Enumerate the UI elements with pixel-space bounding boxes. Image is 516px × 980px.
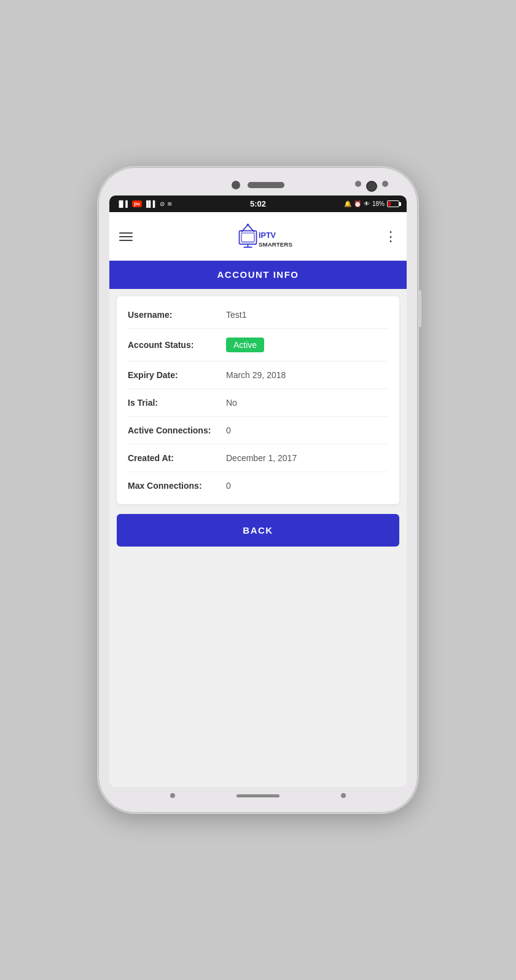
screen-bottom-spacer bbox=[109, 554, 407, 787]
wifi-icon: ⊘ bbox=[160, 200, 165, 207]
active-connections-row: Active Connections: 0 bbox=[128, 417, 388, 445]
front-camera-lens bbox=[366, 181, 377, 192]
max-connections-value: 0 bbox=[226, 481, 231, 491]
battery-percent: 18% bbox=[372, 200, 385, 207]
hamburger-line-2 bbox=[119, 236, 133, 237]
active-status-badge: Active bbox=[226, 338, 264, 352]
svg-point-2 bbox=[246, 224, 249, 226]
nav-dot-right bbox=[341, 793, 346, 798]
battery-fill bbox=[388, 202, 391, 206]
phone-bottom-hardware bbox=[109, 787, 407, 802]
trial-label: Is Trial: bbox=[128, 398, 226, 408]
account-status-label: Account Status: bbox=[128, 340, 226, 350]
svg-text:SMARTERS: SMARTERS bbox=[259, 241, 292, 248]
status-bar: ▐▌▌ jio ▐▌▌ ⊘ ≋ 5:02 🔔 ⏰ 👁 18% bbox=[109, 196, 407, 212]
speaker bbox=[248, 182, 284, 188]
signal-bars: ▐▌▌ bbox=[117, 200, 130, 207]
phone-screen: ▐▌▌ jio ▐▌▌ ⊘ ≋ 5:02 🔔 ⏰ 👁 18% bbox=[109, 196, 407, 787]
account-banner: ACCOUNT INFO bbox=[109, 261, 407, 289]
svg-rect-3 bbox=[241, 233, 254, 242]
camera-dot bbox=[232, 181, 240, 189]
hamburger-menu[interactable] bbox=[119, 232, 133, 241]
trial-row: Is Trial: No bbox=[128, 389, 388, 417]
signal-bars-2: ▐▌▌ bbox=[144, 200, 157, 207]
created-at-row: Created At: December 1, 2017 bbox=[128, 445, 388, 472]
alarm-icon: 🔔 bbox=[344, 200, 351, 207]
phone-top-hardware bbox=[109, 178, 407, 196]
max-connections-label: Max Connections: bbox=[128, 481, 226, 491]
created-at-value: December 1, 2017 bbox=[226, 453, 297, 463]
clock: 5:02 bbox=[250, 199, 266, 208]
status-right: 🔔 ⏰ 👁 18% bbox=[344, 200, 399, 207]
account-banner-title: ACCOUNT INFO bbox=[217, 269, 299, 280]
sensor-dot bbox=[355, 181, 361, 187]
app-header: IPTV SMARTERS ⋮ bbox=[109, 212, 407, 261]
created-at-label: Created At: bbox=[128, 453, 226, 463]
alarm-clock-icon: ⏰ bbox=[354, 200, 361, 207]
more-options-button[interactable]: ⋮ bbox=[384, 229, 397, 245]
svg-text:IPTV: IPTV bbox=[259, 231, 276, 240]
side-button[interactable] bbox=[418, 290, 421, 327]
app-logo: IPTV SMARTERS bbox=[216, 219, 302, 253]
wifi-signal: ≋ bbox=[167, 200, 172, 207]
back-button[interactable]: BACK bbox=[117, 514, 399, 547]
nav-dot-left bbox=[170, 793, 175, 798]
account-status-row: Account Status: Active bbox=[128, 329, 388, 362]
nav-home-bar[interactable] bbox=[237, 794, 280, 797]
account-info-card: Username: Test1 Account Status: Active E… bbox=[117, 296, 399, 504]
max-connections-row: Max Connections: 0 bbox=[128, 472, 388, 499]
jio-badge: jio bbox=[132, 200, 141, 207]
hamburger-line-3 bbox=[119, 240, 133, 241]
hamburger-line-1 bbox=[119, 232, 133, 234]
expiry-label: Expiry Date: bbox=[128, 370, 226, 380]
status-left: ▐▌▌ jio ▐▌▌ ⊘ ≋ bbox=[117, 200, 172, 207]
battery-icon bbox=[387, 200, 399, 207]
phone-frame: ▐▌▌ jio ▐▌▌ ⊘ ≋ 5:02 🔔 ⏰ 👁 18% bbox=[98, 167, 418, 813]
expiry-row: Expiry Date: March 29, 2018 bbox=[128, 362, 388, 389]
active-connections-value: 0 bbox=[226, 425, 231, 435]
username-label: Username: bbox=[128, 310, 226, 320]
sensor-dot-2 bbox=[382, 181, 388, 187]
trial-value: No bbox=[226, 398, 237, 408]
active-connections-label: Active Connections: bbox=[128, 425, 226, 435]
username-value: Test1 bbox=[226, 310, 246, 320]
username-row: Username: Test1 bbox=[128, 301, 388, 329]
eye-icon: 👁 bbox=[364, 200, 370, 207]
expiry-value: March 29, 2018 bbox=[226, 370, 286, 380]
